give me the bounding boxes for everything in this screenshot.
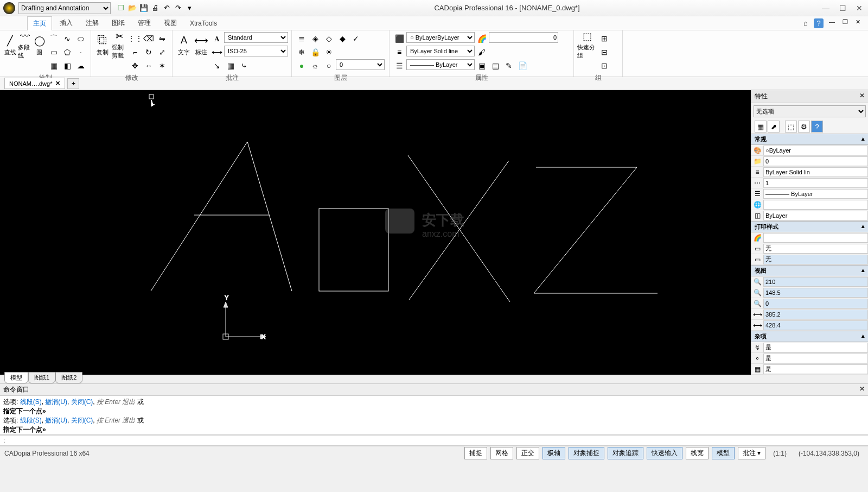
layercircle-icon[interactable]: ○ [322,59,335,72]
annot-toggle[interactable]: 批注 ▾ [738,447,765,459]
polar-toggle[interactable]: 极轴 [542,447,565,459]
menu-home[interactable]: 主页 [27,16,52,30]
menu-view[interactable]: 视图 [158,16,182,30]
quickgroup-button[interactable]: ⬚快速分组 [577,32,597,58]
prop-linetype[interactable]: ByLayer Solid lin [763,167,868,177]
collapse-icon[interactable]: ▴ [861,135,865,143]
maximize-button[interactable]: ☐ [837,4,848,12]
layer-combo[interactable]: 0 [336,59,385,70]
close-tab-icon[interactable]: ✕ [55,80,60,87]
collapse-icon[interactable]: ▴ [861,267,865,275]
text-button[interactable]: A文字 [176,32,192,58]
prop-transparency[interactable]: ByLayer [763,211,868,220]
layermgr-icon[interactable]: ≣ [295,32,308,45]
region-icon[interactable]: ◧ [61,59,74,72]
picon-filter[interactable]: ⚙ [798,121,810,133]
prop-hyperlink[interactable] [763,200,868,210]
osnap-toggle[interactable]: 对象捕捉 [569,447,604,459]
minimize-button[interactable]: — [820,4,832,12]
polygon-icon[interactable]: ⬠ [61,46,74,59]
propsx3-icon[interactable]: ✎ [502,59,515,72]
prop-view4[interactable]: 385.2 [763,310,868,319]
prop-misc1[interactable]: 是 [763,343,868,352]
sheet-2[interactable]: 图纸2 [55,372,82,383]
layertools-icon[interactable]: ● [295,59,308,72]
undo-icon[interactable]: ↶ [162,3,171,13]
color-combo[interactable]: ○ ByLayerByLayer [406,32,475,43]
linetype-combo[interactable]: ByLayer Solid line [406,46,475,56]
qat-dropdown-icon[interactable]: ▾ [184,3,194,13]
collapse-icon[interactable]: ▴ [861,223,865,231]
cmd-close-icon[interactable]: ✕ [859,385,865,394]
menu-annotate[interactable]: 注解 [80,16,104,30]
doc-close-button[interactable]: ✕ [853,18,863,28]
explode-icon[interactable]: ✶ [156,59,169,72]
polyline-button[interactable]: 〰多段线 [18,32,31,58]
stretch-icon[interactable]: ↔ [142,59,155,72]
picon-sel[interactable]: ⬚ [785,121,797,133]
collapse-icon[interactable]: ▴ [861,332,865,340]
group3-icon[interactable]: ⊡ [598,59,611,72]
doc-restore-button[interactable]: ❐ [840,18,850,28]
layersun-icon[interactable]: ☼ [309,59,322,72]
grid-toggle[interactable]: 网格 [490,447,513,459]
rect-icon[interactable]: ▭ [47,46,60,59]
prop-linescale[interactable]: 1 [763,178,868,188]
sheet-1[interactable]: 图纸1 [28,372,55,383]
group1-icon[interactable]: ⊞ [598,32,611,45]
redo-icon[interactable]: ↷ [173,3,183,13]
menu-manage[interactable]: 管理 [132,16,156,30]
matchprop-icon[interactable]: 🖌 [475,46,488,59]
selection-combo[interactable]: 无选项 [754,105,866,117]
textstyle-combo[interactable]: Standard [224,32,288,43]
prop-value-input[interactable] [489,32,558,43]
prop-misc3[interactable]: 是 [763,364,868,374]
linetype-icon[interactable]: ≡ [393,46,406,59]
snap-toggle[interactable]: 捕捉 [464,447,487,459]
rotate-icon[interactable]: ↻ [142,46,155,59]
prop-layer[interactable]: 0 [763,156,868,166]
sheet-model[interactable]: 模型 [4,372,28,383]
cloud-icon[interactable]: ☁ [74,59,87,72]
command-input[interactable]: : [0,435,868,446]
propsx2-icon[interactable]: ▤ [489,59,502,72]
mleader-icon[interactable]: ⤷ [238,59,251,72]
drawing-canvas[interactable]: Y X 安下载 anxz.com 模型 图纸1 图纸2 [0,90,751,375]
array-icon[interactable]: ⋮⋮ [129,32,142,45]
close-button[interactable]: ✕ [854,4,865,12]
leader-icon[interactable]: ↘ [210,59,224,72]
layercheck-icon[interactable]: ✓ [349,32,362,45]
copy-button[interactable]: ⿻复制 [94,32,111,58]
save-icon[interactable]: 💾 [139,3,149,13]
otrack-toggle[interactable]: 对象追踪 [608,447,643,459]
dimstyle-icon[interactable]: ⟷ [210,46,224,59]
dimension-button[interactable]: ⟷标注 [193,32,209,58]
layeriso-icon[interactable]: ◈ [309,32,322,45]
table-icon[interactable]: ▦ [224,59,237,72]
textstyle-icon[interactable]: 𝐀 [210,32,224,45]
add-tab-button[interactable]: + [67,78,79,89]
prop-color[interactable]: ○ ByLayer [763,146,868,155]
arc-icon[interactable]: ⌒ [47,32,60,45]
propsx1-icon[interactable]: ▣ [475,59,488,72]
erase-icon[interactable]: ⌫ [142,32,155,45]
layeron-icon[interactable]: ◆ [336,32,349,45]
prop-view1[interactable]: 210 [763,277,868,287]
workspace-selector[interactable]: Drafting and Annotation [18,2,111,14]
move-icon[interactable]: ✥ [129,59,142,72]
prop-plottable2[interactable]: 无 [763,255,868,264]
layerlock-icon[interactable]: 🔒 [309,46,322,59]
group2-icon[interactable]: ⊟ [598,46,611,59]
prop-plotstyle[interactable] [763,233,868,243]
new-icon[interactable]: ❐ [116,3,126,13]
picon-help[interactable]: ? [811,121,823,133]
menu-insert[interactable]: 插入 [54,16,78,30]
circle-button[interactable]: ◯圆 [33,32,46,58]
prop-misc2[interactable]: 是 [763,354,868,363]
prop-view2[interactable]: 148.5 [763,288,868,298]
spline-icon[interactable]: ∿ [61,32,74,45]
picon-grid[interactable]: ▦ [755,121,767,133]
fillet-icon[interactable]: ⌐ [129,46,142,59]
prop-view5[interactable]: 428.4 [763,320,868,330]
scale-icon[interactable]: ⤢ [156,46,169,59]
